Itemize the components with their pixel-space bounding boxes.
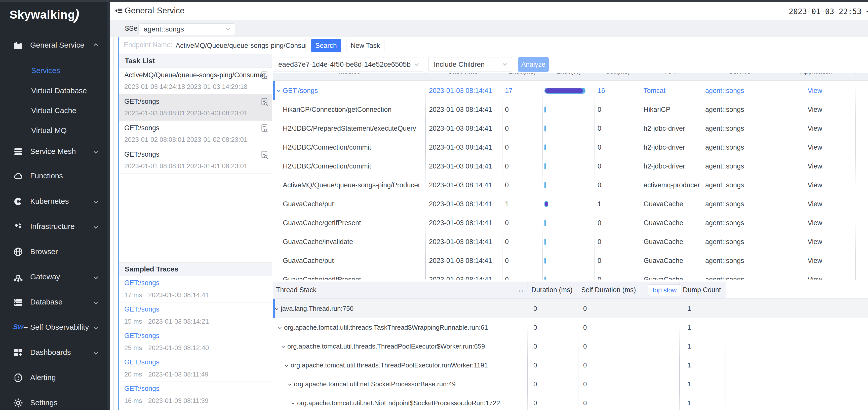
span-row[interactable]: HikariCP/Connection/getConnection2023-01… (273, 100, 868, 119)
sidebar-item-service-mesh[interactable]: Service Mesh (0, 144, 107, 160)
span-row[interactable]: H2/JDBC/Connection/commit2023-01-03 08:1… (273, 138, 868, 157)
thread-stack-row[interactable]: org.apache.tomcat.util.threads.TaskThrea… (273, 318, 868, 337)
stack-frame-name[interactable]: org.apache.tomcat.util.threads.TaskThrea… (279, 323, 488, 331)
view-span-link[interactable]: View (808, 143, 822, 151)
sidebar-item-settings[interactable]: Settings (0, 395, 107, 410)
sampled-trace-item[interactable]: GET:/songs17 ms2023-01-03 08:14:41 (119, 276, 272, 302)
view-span-link[interactable]: View (808, 200, 822, 208)
trace-name-link[interactable]: GET:/songs (124, 385, 159, 392)
sampled-trace-item[interactable]: GET:/songs20 ms2023-01-03 08:11:49 (119, 355, 272, 382)
view-task-detail-icon[interactable] (261, 124, 269, 134)
sampled-trace-item[interactable] (119, 408, 272, 410)
view-span-link[interactable]: View (808, 87, 822, 94)
view-span-link[interactable]: View (808, 257, 822, 264)
span-row[interactable]: H2/JDBC/PreparedStatement/executeQuery20… (273, 119, 868, 138)
analyze-button[interactable]: Analyze (518, 57, 549, 72)
sidebar-item-alerting[interactable]: Alerting (0, 370, 107, 386)
span-name[interactable]: GuavaCache/getIfPresent (283, 219, 361, 227)
task-list-item[interactable]: GET:/songs2023-01-01 08:08:012023-01-01 … (119, 147, 272, 174)
span-row[interactable]: GuavaCache/invalidate2023-01-03 08:14:41… (273, 232, 868, 251)
time-range-picker[interactable]: 2023-01-03 22:53 ~ 2023 (789, 7, 868, 16)
sidebar-item-browser[interactable]: Browser (0, 244, 107, 260)
span-name[interactable]: GuavaCache/invalidate (283, 238, 353, 245)
search-button[interactable]: Search (311, 39, 341, 52)
span-row[interactable]: ActiveMQ/Queue/queue-songs-ping/Producer… (273, 176, 868, 195)
sidebar-item-gateway[interactable]: Gateway (0, 269, 107, 285)
thread-stack-row[interactable]: java.lang.Thread.run:750001 (273, 299, 868, 318)
span-row[interactable]: GuavaCache/put2023-01-03 08:14:4100Guava… (273, 251, 868, 270)
trace-name-link[interactable]: GET:/songs (124, 305, 159, 313)
view-task-detail-icon[interactable] (261, 98, 269, 107)
view-span-link[interactable]: View (808, 238, 822, 245)
sidebar-subitem-virtual-cache[interactable]: Virtual Cache (0, 104, 107, 118)
view-span-link[interactable]: View (808, 275, 822, 280)
include-children-select[interactable]: Include Children (429, 57, 512, 72)
view-span-link[interactable]: View (808, 162, 822, 170)
chevron-down-icon[interactable] (291, 401, 294, 405)
sidebar-item-general-service[interactable]: General Service (0, 37, 107, 53)
view-task-detail-icon[interactable] (261, 71, 269, 81)
span-row[interactable]: GET:/songs2023-01-03 08:14:411716Tomcata… (273, 81, 868, 100)
trace-name-link[interactable]: GET:/songs (124, 279, 159, 287)
chevron-down-icon[interactable] (278, 326, 282, 329)
sidebar-scrollbar[interactable] (107, 2, 110, 410)
span-name[interactable]: GuavaCache/getIfPresent (283, 275, 361, 280)
view-span-link[interactable]: View (808, 181, 822, 189)
stack-frame-name[interactable]: java.lang.Thread.run:750 (276, 304, 353, 312)
chevron-down-icon[interactable] (285, 363, 288, 367)
stack-frame-name[interactable]: org.apache.tomcat.util.threads.ThreadPoo… (282, 342, 485, 350)
sampled-trace-item[interactable]: GET:/songs15 ms2023-01-03 08:14:21 (119, 302, 272, 329)
trace-name-link[interactable]: GET:/songs (124, 358, 159, 366)
sidebar-item-infrastructure[interactable]: Infrastructure (0, 218, 107, 235)
sidebar-subitem-virtual-mq[interactable]: Virtual MQ (0, 124, 107, 138)
span-name[interactable]: H2/JDBC/Connection/commit (283, 162, 371, 170)
sampled-trace-item[interactable]: GET:/songs16 ms2023-01-03 08:11:39 (119, 382, 272, 408)
content-scrollbar[interactable] (114, 37, 114, 410)
span-name[interactable]: GET:/songs (278, 87, 318, 94)
stack-frame-name[interactable]: org.apache.tomcat.util.net.NioEndpoint$S… (292, 399, 500, 407)
thread-stack-row[interactable]: org.apache.tomcat.util.threads.ThreadPoo… (273, 356, 868, 375)
span-row[interactable]: GuavaCache/getIfPresent2023-01-03 08:14:… (273, 213, 868, 232)
trace-segment-select[interactable]: eaed37e7-1d4e-4f50-be8d-14e52ce6505b (273, 57, 424, 72)
span-name[interactable]: ActiveMQ/Queue/queue-songs-ping/Producer (283, 181, 420, 189)
span-row[interactable]: H2/JDBC/Connection/commit2023-01-03 08:1… (273, 157, 868, 176)
span-row[interactable]: GuavaCache/put2023-01-03 08:14:4111Guava… (273, 195, 868, 213)
new-task-button[interactable]: New Task (346, 39, 384, 52)
span-name[interactable]: H2/JDBC/PreparedStatement/executeQuery (283, 124, 416, 132)
collapse-menu-icon[interactable] (115, 6, 123, 16)
stack-frame-name[interactable]: org.apache.tomcat.util.threads.ThreadPoo… (285, 361, 488, 369)
stack-frame-name[interactable]: org.apache.tomcat.util.net.SocketProcess… (288, 380, 456, 388)
chevron-down-icon[interactable] (275, 307, 278, 310)
sidebar-item-dashboards[interactable]: Dashboards (0, 345, 107, 361)
task-list-item[interactable]: GET:/songs2023-01-03 08:08:012023-01-03 … (119, 94, 272, 121)
top-slow-button[interactable]: top slow (648, 284, 681, 296)
sampled-trace-item[interactable]: GET:/songs25 ms2023-01-03 08:12:40 (119, 329, 272, 355)
service-select[interactable]: agent::songs (138, 23, 235, 35)
task-list-item[interactable]: GET:/songs2023-01-02 08:08:012023-01-02 … (119, 121, 272, 147)
chevron-down-icon[interactable] (277, 89, 280, 92)
chevron-down-icon[interactable] (282, 345, 285, 348)
thread-stack-row[interactable]: org.apache.tomcat.util.threads.ThreadPoo… (273, 337, 868, 356)
expand-horizontal-icon[interactable]: ↔ (518, 286, 524, 294)
span-name[interactable]: GuavaCache/put (283, 257, 334, 264)
sidebar-item-kubernetes[interactable]: Kubernetes (0, 194, 107, 209)
view-span-link[interactable]: View (808, 124, 822, 132)
sidebar-item-database[interactable]: Database (0, 294, 107, 310)
span-name[interactable]: HikariCP/Connection/getConnection (283, 106, 392, 113)
task-list-item[interactable]: ActiveMQ/Queue/queue-songs-ping/Consumer… (119, 68, 272, 94)
view-span-link[interactable]: View (808, 106, 822, 113)
sidebar-item-self-observability[interactable]: Sw⌣Self Observability (0, 319, 107, 335)
chevron-down-icon[interactable] (288, 382, 291, 386)
sidebar-subitem-virtual-database[interactable]: Virtual Database (0, 84, 107, 98)
span-name[interactable]: H2/JDBC/Connection/commit (283, 143, 371, 151)
thread-stack-row[interactable]: org.apache.tomcat.util.net.NioEndpoint$S… (273, 393, 868, 410)
view-span-link[interactable]: View (808, 219, 822, 227)
sidebar-subitem-services[interactable]: Services (0, 64, 107, 78)
sidebar-item-functions[interactable]: Functions (0, 168, 107, 184)
span-row[interactable]: GuavaCache/getIfPresent2023-01-03 08:14:… (273, 270, 868, 280)
endpoint-name-input[interactable]: ActiveMQ/Queue/queue-songs-ping/Consum (172, 39, 306, 52)
thread-stack-row[interactable]: org.apache.tomcat.util.net.SocketProcess… (273, 375, 868, 393)
span-name[interactable]: GuavaCache/put (283, 200, 334, 208)
view-task-detail-icon[interactable] (261, 151, 269, 160)
trace-name-link[interactable]: GET:/songs (124, 332, 159, 340)
